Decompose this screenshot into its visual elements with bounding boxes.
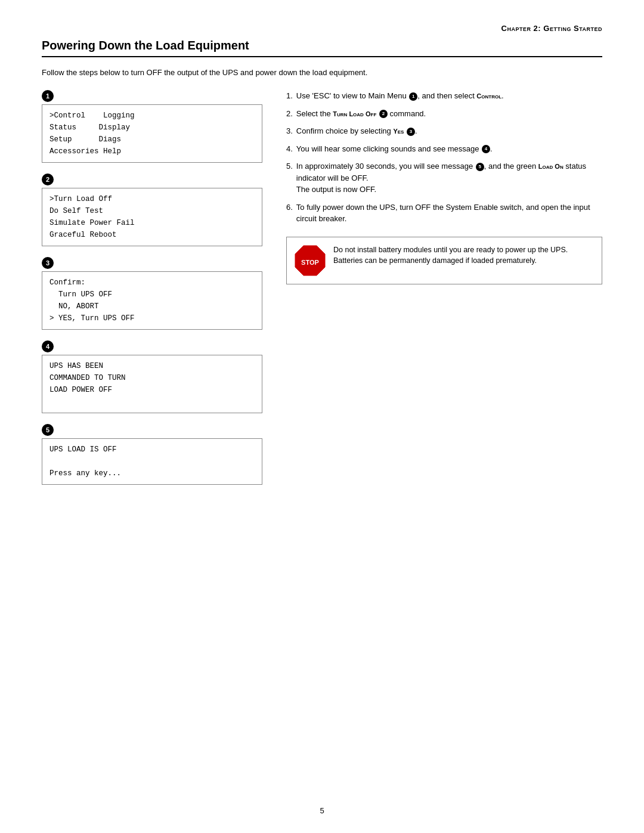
chapter-title: Getting Started [543,24,602,33]
stop-sign-icon: STOP [294,244,326,277]
small-caps-yes: Yes [393,128,404,135]
screen-box-4: UPS HAS BEEN COMMANDED TO TURN LOAD POWE… [42,355,262,413]
instruction-text: Confirm choice by selecting Yes 3. [296,125,602,137]
right-column: 1. Use 'ESC' to view to Main Menu 1, and… [286,90,602,496]
screen-line: Simulate Power Fail [49,217,255,229]
step-number-5: 5 [42,424,262,436]
chapter-header: Chapter 2: Getting Started [42,24,602,33]
instruction-3: 3. Confirm choice by selecting Yes 3. [286,125,602,137]
ref-circle-5: 5 [476,163,484,171]
step-block-2: 2 >Turn Load Off Do Self Test Simulate P… [42,174,262,246]
warning-text: Do not install battery modules until you… [333,244,595,267]
step-block-4: 4 UPS HAS BEEN COMMANDED TO TURN LOAD PO… [42,340,262,413]
circle-2: 2 [42,174,54,185]
instruction-num: 3. [286,125,293,137]
instruction-text: You will hear some clicking sounds and s… [296,143,602,155]
screen-box-5: UPS LOAD IS OFF Press any key... [42,438,262,485]
screen-line: > YES, Turn UPS OFF [49,312,255,324]
instruction-num: 1. [286,90,293,102]
instruction-4: 4. You will hear some clicking sounds an… [286,143,602,155]
left-column: 1 >Control Logging Status Display Setup … [42,90,262,496]
screen-line: Setup Diags [49,134,255,145]
ref-circle-1: 1 [409,92,417,101]
instruction-text: Use 'ESC' to view to Main Menu 1, and th… [296,90,602,102]
instruction-num: 4. [286,143,293,155]
instruction-text: In approximately 30 seconds, you will se… [296,160,602,196]
intro-text: Follow the steps below to turn OFF the o… [42,68,602,77]
page-title: Powering Down the Load Equipment [42,39,602,57]
screen-line: LOAD POWER OFF [49,384,255,396]
screen-line: Status Display [49,122,255,134]
screen-line: Accessories Help [49,145,255,157]
screen-line: Graceful Reboot [49,229,255,241]
step-block-3: 3 Confirm: Turn UPS OFF NO, ABORT > YES,… [42,257,262,330]
circle-3: 3 [42,257,54,269]
instruction-num: 6. [286,202,293,225]
content-area: 1 >Control Logging Status Display Setup … [42,90,602,496]
screen-line: COMMANDED TO TURN [49,372,255,384]
step-block-1: 1 >Control Logging Status Display Setup … [42,90,262,163]
step-number-1: 1 [42,90,262,102]
instruction-2: 2. Select the Turn Load Off 2 command. [286,108,602,120]
instruction-6: 6. To fully power down the UPS, turn OFF… [286,202,602,225]
small-caps-load-on: Load On [538,163,564,170]
screen-line [49,396,255,408]
instruction-5: 5. In approximately 30 seconds, you will… [286,160,602,196]
screen-line: Press any key... [49,467,255,479]
step-number-4: 4 [42,340,262,352]
instruction-text: Select the Turn Load Off 2 command. [296,108,602,120]
circle-4: 4 [42,340,54,352]
warning-content: Do not install battery modules until you… [333,246,568,265]
screen-line: >Turn Load Off [49,193,255,205]
screen-box-3: Confirm: Turn UPS OFF NO, ABORT > YES, T… [42,271,262,330]
circle-1: 1 [42,90,54,102]
step-number-3: 3 [42,257,262,269]
screen-box-2: >Turn Load Off Do Self Test Simulate Pow… [42,188,262,246]
circle-5: 5 [42,424,54,436]
screen-line: UPS HAS BEEN [49,360,255,372]
screen-line: Turn UPS OFF [49,289,255,301]
warning-box: STOP Do not install battery modules unti… [286,237,602,284]
screen-line: Do Self Test [49,205,255,217]
screen-line: NO, ABORT [49,301,255,312]
chapter-label: Chapter 2: [501,24,541,33]
svg-text:STOP: STOP [301,259,319,266]
step-block-5: 5 UPS LOAD IS OFF Press any key... [42,424,262,485]
small-caps-turn-load-off: Turn Load Off [333,110,376,117]
screen-box-1: >Control Logging Status Display Setup Di… [42,104,262,163]
screen-line: Confirm: [49,277,255,289]
instruction-num: 2. [286,108,293,120]
ref-circle-4: 4 [482,145,490,153]
instruction-1: 1. Use 'ESC' to view to Main Menu 1, and… [286,90,602,102]
screen-line: >Control Logging [49,110,255,122]
ref-circle-2: 2 [379,110,388,118]
page-number: 5 [0,806,644,815]
ref-circle-3: 3 [407,128,415,136]
step-number-2: 2 [42,174,262,185]
screen-line [49,456,255,467]
instruction-text: To fully power down the UPS, turn OFF th… [296,202,602,225]
instructions-list: 1. Use 'ESC' to view to Main Menu 1, and… [286,90,602,225]
screen-line: UPS LOAD IS OFF [49,444,255,456]
page: Chapter 2: Getting Started Powering Down… [0,0,644,833]
small-caps-control: Control [476,92,501,100]
instruction-num: 5. [286,160,293,196]
